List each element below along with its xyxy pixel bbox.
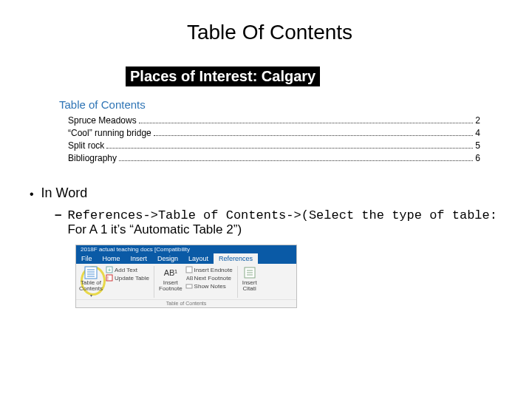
ribbon-group-footnotes: AB¹ Insert Footnote Insert Endnote AB Ne… (159, 266, 238, 298)
next-footnote-icon: AB (185, 274, 193, 282)
bullet-level1: • In Word (30, 185, 510, 203)
toc-entry-label: Bibliography (68, 153, 117, 163)
bullet-l2-mono: References->Table of Contents->(Select t… (67, 208, 497, 222)
bullet-dot-icon: • (30, 185, 34, 203)
bullet-level2: – References->Table of Contents->(Select… (55, 208, 510, 237)
toc-entry-page: 5 (475, 140, 480, 151)
svg-text:!: ! (107, 276, 109, 281)
update-table-button[interactable]: ! Update Table (106, 274, 149, 282)
tab-insert[interactable]: Insert (126, 253, 153, 264)
toc-button[interactable]: Table of Contents ▾ (79, 266, 103, 298)
add-text-icon: + (106, 266, 113, 273)
svg-rect-11 (186, 284, 192, 288)
toc-button-label: Table of Contents (79, 280, 103, 292)
add-text-button[interactable]: + Add Text (106, 266, 149, 273)
ribbon-titlebar: 2018F actual teaching docs [Compatibilit… (76, 245, 296, 253)
toc-entry: Bibliography 6 (59, 153, 480, 163)
ribbon-group-citations: Insert Citati (242, 266, 262, 298)
bullet-block: • In Word – References->Table of Content… (30, 185, 510, 308)
insert-citation-button[interactable]: Insert Citati (242, 266, 257, 292)
update-table-icon: ! (106, 274, 113, 282)
toc-leader-dots (139, 117, 474, 123)
toc-entry: Spruce Meadows 2 (59, 115, 480, 126)
next-footnote-button[interactable]: AB Next Footnote (185, 274, 233, 282)
toc-heading: Table of Contents (59, 98, 480, 111)
tab-layout[interactable]: Layout (183, 253, 214, 264)
insert-footnote-label: Insert Footnote (159, 280, 183, 292)
toc-leader-dots (106, 143, 473, 149)
next-footnote-label: Next Footnote (194, 275, 231, 282)
add-text-label: Add Text (115, 267, 137, 273)
word-ribbon-screenshot: 2018F actual teaching docs [Compatibilit… (75, 245, 297, 308)
svg-text:AB: AB (186, 276, 193, 281)
tab-home[interactable]: Home (98, 253, 126, 264)
toc-entry-label: “Cool” running bridge (68, 128, 151, 138)
toc-leader-dots (119, 155, 473, 161)
svg-rect-0 (85, 267, 97, 279)
slide-title: Table Of Contents (30, 21, 510, 44)
toc-entry: “Cool” running bridge 4 (59, 128, 480, 138)
toc-entry: Split rock 5 (59, 140, 480, 151)
toc-entry-page: 4 (475, 128, 480, 138)
insert-citation-label: Insert Citati (242, 280, 257, 292)
endnote-icon (185, 266, 193, 273)
document-preview: Places of Interest: Calgary Table of Con… (59, 66, 480, 163)
show-notes-label: Show Notes (194, 283, 226, 290)
toc-icon (84, 266, 98, 279)
tab-design[interactable]: Design (152, 253, 183, 264)
update-table-label: Update Table (115, 275, 149, 282)
footnote-icon: AB¹ (164, 266, 177, 279)
insert-footnote-button[interactable]: AB¹ Insert Footnote (159, 266, 183, 292)
toc-entry-page: 6 (475, 153, 480, 163)
citation-icon (243, 266, 256, 279)
toc-leader-dots (154, 130, 474, 136)
svg-text:+: + (108, 267, 111, 273)
bullet-l2-text: References->Table of Contents->(Select t… (67, 208, 510, 237)
chevron-down-icon: ▾ (90, 293, 92, 298)
insert-endnote-button[interactable]: Insert Endnote (185, 266, 233, 273)
ribbon-group-toc: Table of Contents ▾ + Add Text ! Update … (79, 266, 154, 298)
bullet-dash-icon: – (55, 208, 61, 237)
tab-references[interactable]: References (214, 253, 258, 264)
svg-rect-9 (186, 267, 192, 273)
doc-heading: Places of Interest: Calgary (126, 66, 320, 86)
show-notes-icon (185, 282, 193, 290)
toc-entry-label: Split rock (68, 140, 104, 151)
ribbon-group-caption: Table of Contents (76, 299, 296, 307)
toc-list: Spruce Meadows 2 “Cool” running bridge 4… (59, 115, 480, 163)
tab-file[interactable]: File (76, 253, 98, 264)
show-notes-button[interactable]: Show Notes (185, 282, 233, 290)
bullet-l2-tail: For A 1 it’s “Automatic Table 2”) (67, 222, 242, 236)
insert-endnote-label: Insert Endnote (194, 267, 233, 273)
ribbon-body: Table of Contents ▾ + Add Text ! Update … (76, 264, 296, 299)
toc-entry-label: Spruce Meadows (68, 115, 137, 126)
toc-entry-page: 2 (475, 115, 480, 126)
bullet-l1-text: In Word (41, 185, 88, 203)
ribbon-tabs: File Home Insert Design Layout Reference… (76, 253, 296, 264)
